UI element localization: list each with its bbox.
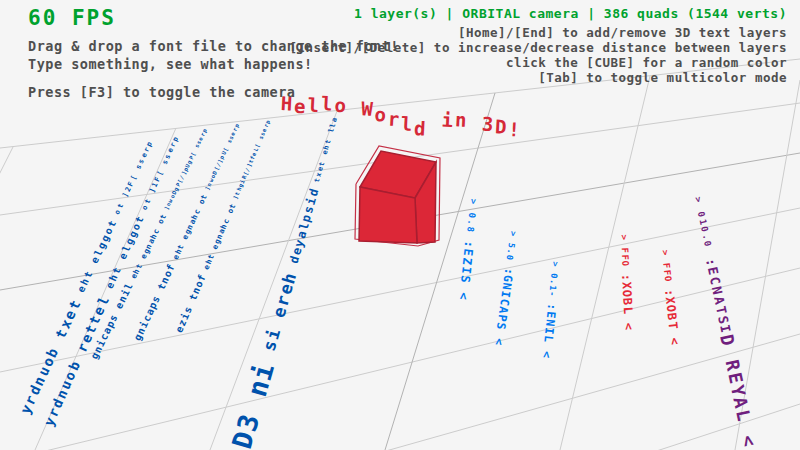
hint-cube-color: click the [CUBE] for a random color bbox=[506, 55, 787, 70]
hint-layers: [Home]/[End] to add/remove 3D text layer… bbox=[458, 25, 787, 40]
app-window: press [F2] to toggle the text boundry pr… bbox=[0, 0, 800, 450]
hint-type: Type something, see what happens! bbox=[28, 56, 313, 72]
hint-camera-toggle: Press [F3] to toggle the camera bbox=[28, 84, 295, 100]
fps-counter: 60 FPS bbox=[28, 6, 116, 30]
hint-multicolor: [Tab] to toggle multicolor mode bbox=[538, 70, 787, 85]
cube[interactable] bbox=[355, 146, 440, 246]
hint-layer-distance: [Insert]/[Delete] to increase/decrease d… bbox=[289, 40, 787, 55]
status-line: 1 layer(s) | ORBITAL camera | 386 quads … bbox=[354, 6, 787, 21]
